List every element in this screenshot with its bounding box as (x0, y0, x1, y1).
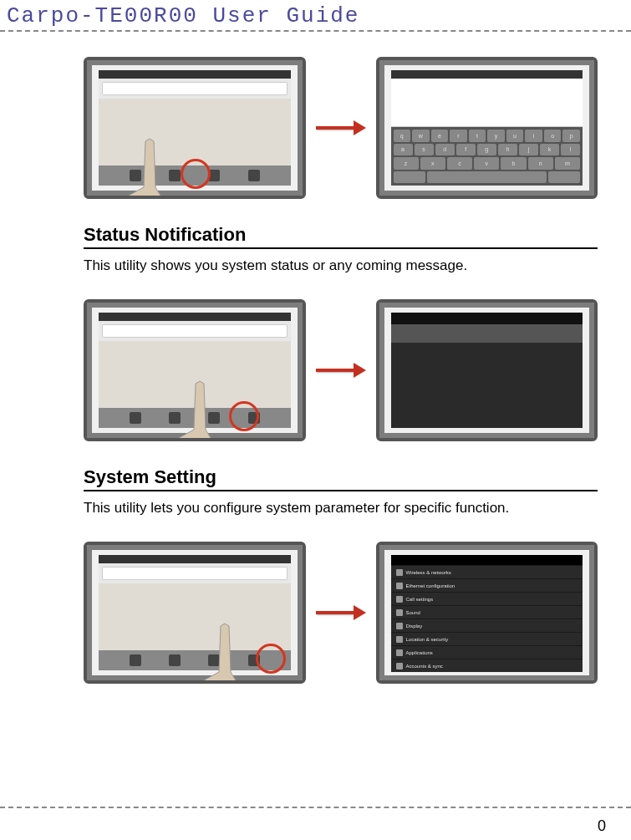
figure-notification (84, 299, 598, 441)
figure-keyboard: qwertyuiop asdfghjkl zxcvbnm (84, 57, 598, 199)
key-n: n (528, 157, 553, 170)
settings-item-icon (396, 569, 403, 576)
key-j: j (519, 144, 538, 156)
highlight-circle (229, 401, 259, 431)
key-a: a (394, 144, 413, 156)
tablet-addressbar (102, 567, 288, 580)
page-content: qwertyuiop asdfghjkl zxcvbnm Status Noti… (0, 57, 631, 684)
header-divider (0, 30, 631, 32)
key-i: i (525, 130, 542, 142)
dock-icon (130, 654, 141, 666)
section-text-setting: This utility lets you configure system p… (84, 500, 598, 517)
settings-item-icon (396, 609, 403, 616)
tablet-statusbar (99, 70, 291, 79)
section-title-setting: System Setting (84, 466, 598, 488)
key-g: g (477, 144, 496, 156)
settings-item-label: Wireless & networks (406, 570, 451, 575)
settings-item-icon (396, 636, 403, 643)
key-y: y (487, 130, 505, 142)
arrow-icon (316, 605, 366, 620)
settings-item-icon (396, 623, 403, 629)
key-v: v (474, 157, 499, 170)
tablet-addressbar (102, 82, 288, 95)
key-f: f (456, 144, 476, 156)
key-modifier (394, 171, 425, 184)
settings-item-label: Location & security (406, 637, 449, 642)
settings-item-label: Applications (406, 650, 433, 655)
settings-item: Wireless & networks (391, 566, 583, 578)
key-x: x (420, 157, 445, 170)
settings-item-label: Accounts & sync (406, 664, 443, 669)
key-space (427, 171, 547, 184)
tablet-screen-right-settings: Wireless & networksEthernet configuratio… (376, 542, 598, 684)
hand-icon (170, 379, 237, 441)
footer-divider (0, 807, 631, 808)
figure-settings: Wireless & networksEthernet configuratio… (84, 542, 598, 684)
tablet-screen-right-keyboard: qwertyuiop asdfghjkl zxcvbnm (376, 57, 598, 199)
key-r: r (450, 130, 467, 142)
settings-header (391, 555, 583, 565)
key-p: p (562, 130, 580, 142)
key-row-4 (394, 171, 581, 184)
key-h: h (498, 144, 517, 156)
hand-icon (196, 622, 262, 684)
page-header-title: Carpo-TE00R00 User Guide (0, 0, 631, 30)
text-input-area (391, 79, 583, 127)
settings-item: Accounts & sync (391, 659, 583, 672)
settings-item: Applications (391, 646, 583, 659)
dock-icon (248, 170, 260, 181)
key-d: d (435, 144, 455, 156)
key-w: w (412, 130, 430, 142)
onscreen-keyboard: qwertyuiop asdfghjkl zxcvbnm (391, 127, 583, 186)
settings-item-icon (396, 649, 403, 656)
key-k: k (540, 144, 559, 156)
highlight-circle (181, 159, 211, 189)
key-e: e (431, 130, 449, 142)
tablet-statusbar (99, 313, 291, 321)
key-row-1: qwertyuiop (394, 130, 581, 142)
page-number: 0 (598, 817, 606, 835)
section-title-status: Status Notification (84, 224, 598, 246)
notif-body (391, 324, 583, 343)
dock-icon (169, 654, 181, 666)
key-row-3: zxcvbnm (394, 157, 581, 170)
highlight-circle (256, 644, 286, 674)
key-l: l (561, 144, 580, 156)
settings-item-icon (396, 596, 403, 603)
section-text-status: This utility shows you system status or … (84, 257, 598, 274)
dock-icon (130, 412, 141, 424)
tablet-screen-left-3 (84, 542, 306, 684)
hand-icon (120, 137, 187, 199)
arrow-icon (316, 120, 366, 135)
tablet-screen-left-2 (84, 299, 306, 441)
tablet-screen-right-notification (376, 299, 598, 441)
tablet-addressbar (102, 324, 288, 338)
settings-item: Display (391, 619, 583, 632)
settings-item-label: Display (406, 624, 423, 629)
key-q: q (394, 130, 411, 142)
settings-item-label: Ethernet configuration (406, 583, 455, 588)
section-rule (84, 247, 598, 249)
tablet-screen-left-1 (84, 57, 306, 199)
settings-item: Location & security (391, 633, 583, 645)
key-u: u (506, 130, 524, 142)
settings-item-icon (396, 663, 403, 669)
key-enter (548, 171, 580, 184)
key-o: o (544, 130, 562, 142)
notification-panel (391, 313, 583, 428)
settings-item: Sound (391, 606, 583, 619)
settings-item-label: Sound (406, 610, 420, 615)
settings-item: Call settings (391, 593, 583, 605)
key-row-2: asdfghjkl (394, 144, 581, 156)
arrow-icon (316, 363, 366, 378)
key-b: b (501, 157, 526, 170)
key-m: m (555, 157, 580, 170)
section-rule (84, 490, 598, 491)
notif-header (391, 313, 583, 324)
settings-item: Ethernet configuration (391, 579, 583, 592)
settings-list: Wireless & networksEthernet configuratio… (391, 555, 583, 672)
tablet-statusbar (391, 70, 583, 79)
key-z: z (394, 157, 419, 170)
key-c: c (447, 157, 472, 170)
settings-item-icon (396, 583, 403, 589)
